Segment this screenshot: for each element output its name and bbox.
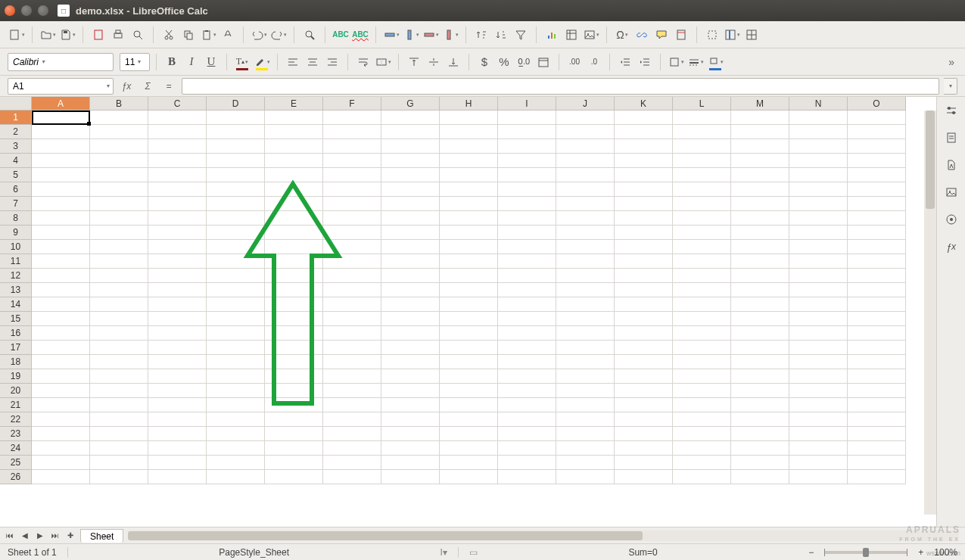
cell[interactable]	[556, 355, 615, 369]
cell[interactable]	[32, 470, 90, 484]
cell[interactable]	[323, 182, 381, 197]
cell[interactable]	[789, 197, 848, 211]
cell[interactable]	[32, 211, 90, 226]
sort-desc-button[interactable]	[492, 26, 510, 44]
cell[interactable]	[381, 427, 440, 441]
cell[interactable]	[789, 384, 848, 398]
cell[interactable]	[90, 312, 148, 326]
cell[interactable]	[32, 398, 90, 412]
cell[interactable]	[265, 355, 323, 369]
cell[interactable]	[323, 254, 381, 269]
cell[interactable]	[207, 326, 265, 341]
insert-chart-button[interactable]	[543, 26, 561, 44]
cell[interactable]	[615, 211, 673, 226]
cell[interactable]	[265, 110, 323, 125]
cell[interactable]	[381, 369, 440, 384]
insert-comment-button[interactable]	[652, 26, 671, 44]
cell[interactable]	[32, 254, 90, 269]
cell[interactable]	[148, 110, 207, 125]
cell[interactable]	[381, 226, 440, 240]
cell[interactable]	[673, 240, 731, 254]
cell[interactable]	[265, 427, 323, 441]
open-button[interactable]	[39, 26, 57, 44]
cell[interactable]	[498, 154, 556, 168]
row-header[interactable]: 24	[0, 441, 32, 456]
cell[interactable]	[323, 269, 381, 283]
cell[interactable]	[673, 139, 731, 154]
cell[interactable]	[440, 470, 498, 484]
cell[interactable]	[615, 441, 673, 456]
copy-button[interactable]	[179, 26, 198, 44]
cell[interactable]	[440, 254, 498, 269]
cell[interactable]	[731, 427, 789, 441]
last-sheet-button[interactable]: ⏭	[48, 530, 62, 542]
column-header[interactable]: F	[323, 97, 381, 110]
cell[interactable]	[381, 269, 440, 283]
cell[interactable]	[556, 326, 615, 341]
cell[interactable]	[498, 456, 556, 470]
cell[interactable]	[265, 283, 323, 297]
sidebar-properties-icon[interactable]	[942, 129, 960, 147]
sheet-tab[interactable]: Sheet	[80, 529, 123, 543]
cell[interactable]	[731, 182, 789, 197]
cell[interactable]	[848, 369, 906, 384]
prev-sheet-button[interactable]: ◀	[18, 530, 32, 542]
define-print-area-button[interactable]	[703, 26, 721, 44]
cell[interactable]	[731, 355, 789, 369]
row-header[interactable]: 5	[0, 168, 32, 182]
cell[interactable]	[498, 269, 556, 283]
cell[interactable]	[323, 297, 381, 312]
cell[interactable]	[32, 412, 90, 427]
cell[interactable]	[207, 470, 265, 484]
cell[interactable]	[207, 154, 265, 168]
cell[interactable]	[381, 139, 440, 154]
cell[interactable]	[323, 168, 381, 182]
cell[interactable]	[673, 384, 731, 398]
cell[interactable]	[323, 226, 381, 240]
cell[interactable]	[148, 312, 207, 326]
row-header[interactable]: 7	[0, 197, 32, 211]
sidebar-settings-icon[interactable]	[942, 101, 960, 120]
cell[interactable]	[90, 240, 148, 254]
cell[interactable]	[673, 326, 731, 341]
cell[interactable]	[90, 125, 148, 139]
cell[interactable]	[673, 470, 731, 484]
cell[interactable]	[148, 470, 207, 484]
cell[interactable]	[556, 211, 615, 226]
grid[interactable]: ABCDEFGHIJKLMNO 123456789101112131415161…	[0, 97, 936, 527]
row-header[interactable]: 16	[0, 326, 32, 341]
status-zoom[interactable]: 100%	[934, 547, 957, 558]
formula-expand-button[interactable]: ▾	[944, 78, 957, 95]
cell[interactable]	[789, 355, 848, 369]
cell[interactable]	[848, 125, 906, 139]
cell[interactable]	[731, 240, 789, 254]
cell[interactable]	[381, 182, 440, 197]
cell[interactable]	[207, 441, 265, 456]
cell[interactable]	[440, 341, 498, 355]
cell[interactable]	[673, 269, 731, 283]
cell[interactable]	[789, 211, 848, 226]
horizontal-scrollbar[interactable]	[128, 530, 959, 541]
delete-row-button[interactable]	[422, 26, 440, 44]
align-bottom-button[interactable]	[444, 53, 462, 71]
cell[interactable]	[731, 168, 789, 182]
cell[interactable]	[731, 254, 789, 269]
scrollbar-thumb[interactable]	[926, 110, 935, 209]
cell[interactable]	[556, 341, 615, 355]
cell[interactable]	[32, 326, 90, 341]
cell[interactable]	[381, 355, 440, 369]
cell[interactable]	[90, 341, 148, 355]
cell[interactable]	[265, 211, 323, 226]
cell[interactable]	[440, 240, 498, 254]
cell[interactable]	[323, 412, 381, 427]
cell[interactable]	[265, 341, 323, 355]
align-right-button[interactable]	[323, 53, 341, 71]
cell[interactable]	[148, 355, 207, 369]
cell[interactable]	[789, 427, 848, 441]
insert-row-button[interactable]	[382, 26, 400, 44]
align-center-button[interactable]	[304, 53, 322, 71]
first-sheet-button[interactable]: ⏮	[3, 530, 17, 542]
cell[interactable]	[789, 139, 848, 154]
cell[interactable]	[731, 369, 789, 384]
cell[interactable]	[207, 456, 265, 470]
